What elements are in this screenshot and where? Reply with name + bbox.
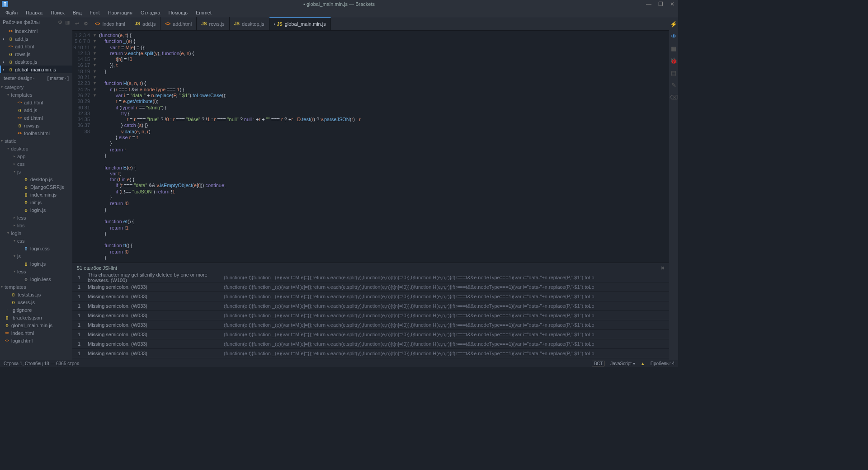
file-item[interactable]: {}.brackets.json xyxy=(0,314,72,321)
menu-item[interactable]: Font xyxy=(86,9,104,16)
menu-item[interactable]: Файл xyxy=(2,9,21,16)
brush-icon[interactable]: ✎ xyxy=(671,82,676,89)
lint-row[interactable]: 1This character may get silently deleted… xyxy=(72,273,669,282)
menu-item[interactable]: Вид xyxy=(69,9,85,16)
file-item[interactable]: <>add.html xyxy=(0,99,72,106)
folder-item[interactable]: ▾login xyxy=(0,229,72,237)
working-file-item[interactable]: {}rows.js xyxy=(0,50,72,58)
folder-item[interactable]: ▾category xyxy=(0,83,72,91)
editor-tab[interactable]: JSdesktop.js xyxy=(230,17,269,30)
editor-tab[interactable]: JSrows.js xyxy=(197,17,229,30)
menu-item[interactable]: Поиск xyxy=(47,9,68,16)
editor-tab[interactable]: JSadd.js xyxy=(130,17,161,30)
folder-item[interactable]: ▾desktop xyxy=(0,145,72,152)
code-editor[interactable]: 1 2 3 4 5 6 7 8 9 10 11 12 13 14 15 16 1… xyxy=(72,31,669,263)
file-item[interactable]: <>index.html xyxy=(0,329,72,337)
file-name: add.html xyxy=(15,44,34,49)
editor-tab[interactable]: <>index.html xyxy=(90,17,130,30)
lint-row[interactable]: 1Missing semicolon. (W033)(function(e,t)… xyxy=(72,330,669,339)
lint-row[interactable]: 1Missing semicolon. (W033)(function(e,t)… xyxy=(72,339,669,349)
close-button[interactable]: ✕ xyxy=(666,1,678,7)
folder-item[interactable]: ▾templates xyxy=(0,91,72,99)
menu-item[interactable]: Навигация xyxy=(104,9,136,16)
lint-snippet: (function(e,t){function _(e){var t=M[e]=… xyxy=(224,275,669,280)
live-preview-icon[interactable]: ⚡ xyxy=(670,21,677,28)
file-item[interactable]: {}index.min.js xyxy=(0,191,72,198)
code-content[interactable]: (function(e, t) { function _(e) { var t … xyxy=(99,31,669,263)
close-icon[interactable]: ✕ xyxy=(660,265,665,271)
file-item[interactable]: {}global_main.min.js xyxy=(0,321,72,329)
project-header[interactable]: tester-design · [ master · ] xyxy=(0,73,72,83)
file-item[interactable]: <>toolbar.html xyxy=(0,129,72,137)
folder-item[interactable]: ▾js xyxy=(0,168,72,175)
insert-mode[interactable]: ВСТ xyxy=(592,361,605,367)
item-label: category xyxy=(5,85,24,90)
lint-row[interactable]: 1Missing semicolon. (W033)(function(e,t)… xyxy=(72,320,669,330)
eye-icon[interactable]: 👁 xyxy=(671,33,677,40)
lint-row[interactable]: 1Missing semicolon. (W033)(function(e,t)… xyxy=(72,349,669,358)
html-icon: <> xyxy=(8,44,13,49)
maximize-button[interactable]: ❐ xyxy=(655,1,666,7)
clean-icon[interactable]: ⌫ xyxy=(670,94,678,101)
lint-row[interactable]: 1Missing semicolon. (W033)(function(e,t)… xyxy=(72,282,669,292)
folder-item[interactable]: ▾css xyxy=(0,237,72,244)
extensions-icon[interactable]: ▦ xyxy=(671,45,676,52)
menu-item[interactable]: Отладка xyxy=(137,9,164,16)
warning-icon[interactable]: ▲ xyxy=(641,361,645,366)
folder-item[interactable]: ▸less xyxy=(0,214,72,221)
working-file-item[interactable]: {}desktop.js xyxy=(0,58,72,66)
folder-item[interactable]: ▾js xyxy=(0,252,72,260)
file-item[interactable]: ·.gitignore xyxy=(0,306,72,314)
editor-tab[interactable]: <>add.html xyxy=(160,17,197,30)
nav-back-icon[interactable]: ↩ xyxy=(72,17,81,30)
folder-item[interactable]: ▸css xyxy=(0,160,72,168)
fold-column[interactable]: ▼ ▼ ▼ ▼ ▼ ▼ ▼ ▼ ▼ ▼ ▼ xyxy=(93,31,99,263)
file-item[interactable]: {}login.less xyxy=(0,275,72,283)
item-label: testsList.js xyxy=(18,292,41,297)
file-item[interactable]: {}login.js xyxy=(0,260,72,268)
item-label: templates xyxy=(5,284,26,290)
working-file-item[interactable]: <>index.html xyxy=(0,27,72,35)
gear-icon[interactable]: ⚙ xyxy=(81,17,90,30)
lint-row[interactable]: 1Missing semicolon. (W033)(function(e,t)… xyxy=(72,292,669,301)
split-icon[interactable]: ▥ xyxy=(65,19,70,25)
menu-item[interactable]: Emmet xyxy=(192,9,215,16)
working-file-item[interactable]: {}global_main.min.js xyxy=(0,66,72,73)
bug-icon[interactable]: 🐞 xyxy=(670,57,677,64)
lint-snippet: (function(e,t){function _(e){var t=M[e]=… xyxy=(224,313,669,318)
folder-item[interactable]: ▾templates xyxy=(0,283,72,291)
html-icon: <> xyxy=(5,338,9,343)
file-item[interactable]: <>edit.html xyxy=(0,114,72,122)
indent-setting[interactable]: Пробелы: 4 xyxy=(651,361,675,366)
file-item[interactable]: {}DjangoCSRF.js xyxy=(0,183,72,191)
folder-item[interactable]: ▾static xyxy=(0,137,72,145)
item-label: add.html xyxy=(24,100,43,105)
file-item[interactable]: {}users.js xyxy=(0,298,72,306)
layers-icon[interactable]: ▤ xyxy=(671,70,676,76)
item-label: templates xyxy=(11,92,33,98)
file-item[interactable]: {}desktop.js xyxy=(0,175,72,183)
minimize-button[interactable]: — xyxy=(643,1,655,7)
menu-item[interactable]: Правка xyxy=(22,9,46,16)
working-file-item[interactable]: <>add.html xyxy=(0,42,72,50)
folder-item[interactable]: ▸libs xyxy=(0,221,72,229)
language-mode[interactable]: JavaScript ▾ xyxy=(610,361,635,366)
file-item[interactable]: {}add.js xyxy=(0,106,72,114)
folder-item[interactable]: ▾less xyxy=(0,268,72,275)
file-item[interactable]: {}rows.js xyxy=(0,122,72,129)
gear-icon[interactable]: ⚙ xyxy=(58,19,62,25)
lint-row[interactable]: 1Missing semicolon. (W033)(function(e,t)… xyxy=(72,301,669,311)
menu-item[interactable]: Помощь xyxy=(165,9,191,16)
lint-row[interactable]: 1Missing semicolon. (W033)(function(e,t)… xyxy=(72,311,669,320)
file-item[interactable]: {}init.js xyxy=(0,198,72,206)
file-item[interactable]: {}login.css xyxy=(0,244,72,252)
file-item[interactable]: {}login.js xyxy=(0,206,72,214)
file-item[interactable]: {}testsList.js xyxy=(0,291,72,298)
editor-tab[interactable]: JSglobal_main.min.js xyxy=(269,17,331,30)
working-file-item[interactable]: {}add.js xyxy=(0,35,72,42)
working-files-label: Рабочие файлы xyxy=(3,19,40,25)
js-icon: {} xyxy=(17,108,22,113)
folder-item[interactable]: ▸app xyxy=(0,152,72,160)
cursor-position[interactable]: Строка 1, Столбец 18 — 6365 строк xyxy=(4,361,79,366)
file-item[interactable]: <>login.html xyxy=(0,337,72,344)
